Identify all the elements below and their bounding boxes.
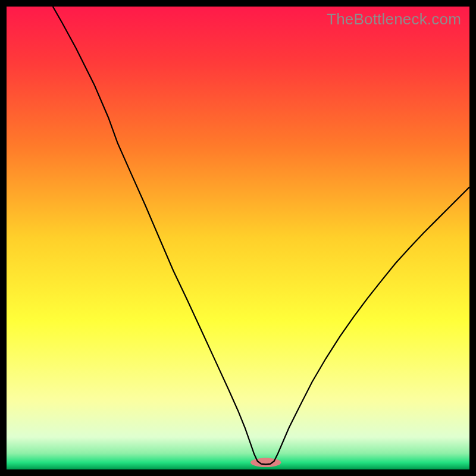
gradient-background — [7, 7, 469, 469]
optimal-point-marker — [250, 458, 281, 468]
watermark-label: TheBottleneck.com — [327, 10, 461, 29]
chart-frame: TheBottleneck.com — [7, 7, 469, 469]
bottleneck-chart — [7, 7, 469, 469]
